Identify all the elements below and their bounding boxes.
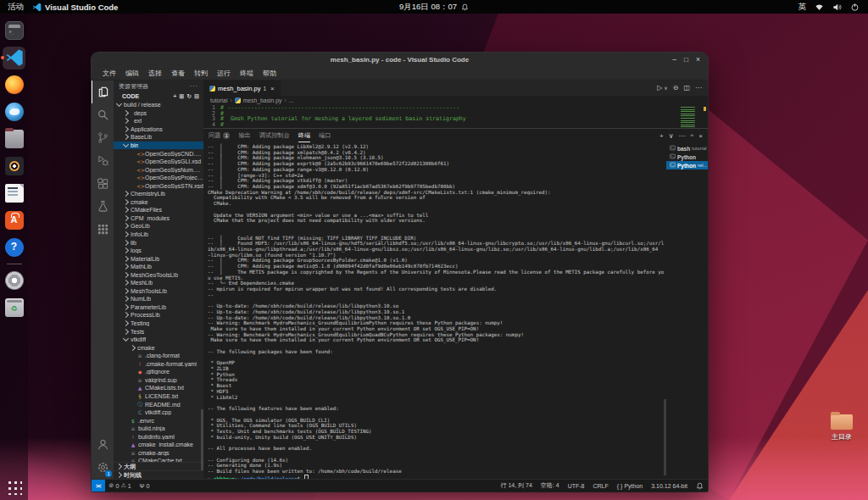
dock-item-rhythmbox[interactable] xyxy=(3,155,25,178)
minimap[interactable] xyxy=(681,107,701,127)
tree-item-OpenGeoSysProject.xsd[interactable]: <>OpenGeoSysProject.xsd xyxy=(114,174,203,182)
dock-item-media-disc[interactable] xyxy=(3,269,25,292)
tree-item-MeshGeoToolsLib[interactable]: MeshGeoToolsLib xyxy=(114,270,203,279)
dock-item-thunderbird[interactable] xyxy=(3,101,25,124)
panel-tab-问题[interactable]: 问题1 xyxy=(209,129,230,142)
terminal-scrollbar[interactable] xyxy=(664,142,666,479)
network-icon[interactable] xyxy=(815,3,824,12)
more-icon[interactable]: ⋯ xyxy=(695,81,702,96)
tree-item-_ext[interactable]: _ext xyxy=(114,117,203,125)
menu-item-6[interactable]: 终端 xyxy=(236,69,258,78)
extensions-icon[interactable] xyxy=(92,172,114,195)
dock-item-trash[interactable] xyxy=(3,297,25,319)
terminal-tab-bash[interactable]: bashtutorial xyxy=(666,144,708,153)
tab-mesh-basin-py[interactable]: mesh_basin.py 1 × xyxy=(203,81,281,96)
account-icon[interactable] xyxy=(92,433,114,456)
panel-tab-调试控制台[interactable]: 调试控制台 xyxy=(259,129,290,142)
python-interpreter-status[interactable]: 3.10.12 64-bit xyxy=(647,483,692,489)
notifications-bell[interactable] xyxy=(692,482,708,490)
tree-item-MaterialLib[interactable]: MaterialLib xyxy=(114,254,203,263)
ime-indicator[interactable]: 英 xyxy=(798,2,807,13)
breadcrumb-item[interactable]: mesh_basin.py xyxy=(243,97,282,103)
tree-item-build.ninja[interactable]: ≡build.ninja xyxy=(114,425,203,433)
menu-item-2[interactable]: 选择 xyxy=(144,69,166,78)
dock-item-libreoffice[interactable] xyxy=(3,182,25,205)
tree-item-LICENSE.txt[interactable]: §LICENSE.txt xyxy=(114,392,203,401)
tree-item-NumLib[interactable]: NumLib xyxy=(114,295,203,303)
focused-app-menu[interactable]: Visual Studio Code xyxy=(32,3,118,12)
run-dropdown-icon[interactable]: ∨ xyxy=(664,81,667,96)
tree-item-Applications[interactable]: Applications xyxy=(114,125,203,134)
extension-grid-icon[interactable] xyxy=(92,218,114,241)
search-icon[interactable] xyxy=(92,103,114,126)
tree-item-GeoLib[interactable]: GeoLib xyxy=(114,222,203,231)
new-terminal-icon[interactable]: + xyxy=(659,132,664,140)
new-file-icon[interactable]: + xyxy=(173,93,176,100)
maximize-panel-icon[interactable]: ^ xyxy=(691,132,694,140)
encoding-status[interactable]: UTF-8 xyxy=(564,483,589,489)
tree-item-.clang-format[interactable]: ≡.clang-format xyxy=(114,352,203,360)
tree-item-.cmake-format.yaml[interactable]: !.cmake-format.yaml xyxy=(114,360,203,369)
tree-item-ChemistryLib[interactable]: ChemistryLib xyxy=(114,190,203,198)
tree-item-cmake[interactable]: cmake xyxy=(114,198,203,207)
tree-item-OpenGeoSysSTN.xsd[interactable]: <>OpenGeoSysSTN.xsd xyxy=(114,181,203,190)
explorer-section-code[interactable]: CODE +⊞↻⊟ xyxy=(114,92,203,101)
tree-item-lib[interactable]: lib xyxy=(114,238,203,247)
tree-item-vtkdiff.cpp[interactable]: Cvtkdiff.cpp xyxy=(114,408,203,417)
tree-item-cmake_install.cmake[interactable]: ▲cmake_install.cmake xyxy=(114,441,203,449)
tree-item-OpenGeoSysGLI.xsd[interactable]: <>OpenGeoSysGLI.xsd xyxy=(114,158,203,166)
tree-item-Tests[interactable]: Tests xyxy=(114,327,203,336)
show-applications-icon[interactable] xyxy=(7,480,22,495)
tree-item-README.md[interactable]: ⓘREADME.md xyxy=(114,400,203,408)
tree-item-logs[interactable]: logs xyxy=(114,247,203,255)
profile-dropdown-icon[interactable]: ∨ xyxy=(669,132,674,140)
tree-item-bin[interactable]: bin xyxy=(114,142,203,150)
panel-tab-输出[interactable]: 输出 xyxy=(238,129,250,142)
close-panel-icon[interactable]: × xyxy=(698,132,703,140)
maximize-button[interactable]: □ xyxy=(684,53,688,67)
terminal-output[interactable]: -- │ CPM: Adding package LibXml2@2.9.12 … xyxy=(203,142,664,479)
tree-item-buildinfo.yaml[interactable]: !buildinfo.yaml xyxy=(114,432,203,441)
tree-item-CMakeFiles[interactable]: CMakeFiles xyxy=(114,206,203,214)
terminal-tab-Python[interactable]: Pythonrel... xyxy=(666,161,708,169)
dock-item-firefox[interactable] xyxy=(3,74,25,97)
tree-item-.gitignore[interactable]: ◆.gitignore xyxy=(114,368,203,376)
activities-button[interactable]: 活动 xyxy=(8,2,24,13)
tree-item-MeshLib[interactable]: MeshLib xyxy=(114,279,203,287)
menu-item-7[interactable]: 帮助 xyxy=(259,69,281,78)
tree-item-ParameterLib[interactable]: ParameterLib xyxy=(114,303,203,312)
remote-indicator[interactable]: >< xyxy=(92,480,105,492)
dock-item-files[interactable] xyxy=(3,128,25,151)
tree-item-InfoLib[interactable]: InfoLib xyxy=(114,231,203,239)
tree-item-CPM_modules[interactable]: CPM_modules xyxy=(114,214,203,223)
tree-item-OpenGeoSysCND.xsd[interactable]: <>OpenGeoSysCND.xsd xyxy=(114,149,203,158)
tree-item-vtkdiff[interactable]: vtkdiff xyxy=(114,336,203,344)
power-icon[interactable] xyxy=(850,3,860,12)
dock-item-help[interactable] xyxy=(3,236,25,259)
minimize-button[interactable]: – xyxy=(672,53,676,67)
window-titlebar[interactable]: mesh_basin.py - code - Visual Studio Cod… xyxy=(92,53,708,67)
testing-icon[interactable] xyxy=(92,195,114,218)
panel-tab-端口[interactable]: 端口 xyxy=(319,129,331,142)
line-col-status[interactable]: 行 14, 列 74 xyxy=(496,481,536,490)
circle-icon[interactable]: ⊖ xyxy=(673,81,679,96)
more-icon[interactable]: ⋯ xyxy=(679,132,686,140)
tree-item-buildrelease[interactable]: build / release xyxy=(114,101,203,109)
eol-status[interactable]: CRLF xyxy=(588,483,612,489)
new-folder-icon[interactable]: ⊞ xyxy=(179,93,184,100)
tree-item-MathLib[interactable]: MathLib xyxy=(114,263,203,271)
desktop-home-icon[interactable]: 主目录 xyxy=(823,414,860,442)
dock-item-terminal[interactable] xyxy=(3,19,25,42)
menu-item-0[interactable]: 文件 xyxy=(98,69,120,78)
tree-item-.envrc[interactable]: $.envrc xyxy=(114,416,203,425)
ports-status[interactable]: Ψ0 xyxy=(136,483,154,489)
tree-item-MeshToolsLib[interactable]: MeshToolsLib xyxy=(114,287,203,296)
outline-section[interactable]: 大纲 xyxy=(114,462,203,470)
clock-menu[interactable]: 9月16日 08：07 xyxy=(399,2,469,13)
tree-item-CMakeLists.txt[interactable]: ▲CMakeLists.txt xyxy=(114,384,203,392)
panel-tab-终端[interactable]: 终端 xyxy=(298,129,310,142)
language-mode-status[interactable]: { } Python xyxy=(613,483,647,489)
sidebar-scrollbar[interactable] xyxy=(201,409,203,470)
menu-item-5[interactable]: 运行 xyxy=(213,69,235,78)
explorer-more-icon[interactable]: ··· xyxy=(190,83,198,89)
